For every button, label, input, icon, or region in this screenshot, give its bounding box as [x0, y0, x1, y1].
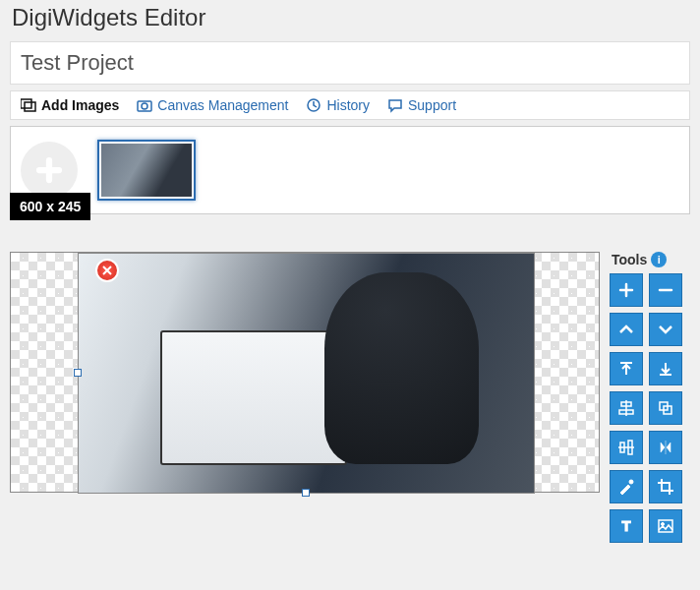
align-center-h-button[interactable] — [610, 391, 643, 425]
plus-icon — [617, 281, 635, 299]
crop-icon — [657, 478, 674, 496]
svg-rect-0 — [21, 99, 31, 108]
support-button[interactable]: Support — [387, 97, 456, 113]
svg-rect-1 — [25, 102, 35, 111]
editor-title: DigiWidgets Editor — [0, 0, 700, 41]
flip-h-icon — [657, 439, 674, 456]
add-images-label: Add Images — [41, 97, 119, 113]
layer-up-button[interactable] — [610, 313, 643, 346]
info-icon[interactable]: i — [651, 252, 667, 267]
align-center-h-icon — [617, 399, 635, 417]
camera-icon — [137, 97, 152, 113]
send-back-button[interactable] — [649, 352, 682, 385]
workspace: 600 x 245 Tools i T — [10, 222, 690, 543]
canvas-image-layer[interactable] — [78, 253, 535, 494]
to-top-icon — [617, 360, 635, 378]
zoom-out-button[interactable] — [649, 273, 682, 307]
thumbnail-strip — [10, 126, 690, 214]
brush-button[interactable] — [610, 470, 643, 503]
selection-handle-bottom[interactable] — [302, 489, 310, 497]
images-icon — [21, 97, 36, 113]
svg-rect-13 — [659, 520, 672, 532]
canvas-management-label: Canvas Management — [157, 97, 288, 113]
zoom-in-button[interactable] — [610, 273, 643, 307]
canvas[interactable] — [10, 252, 600, 493]
to-bottom-icon — [657, 360, 674, 378]
flip-horizontal-button[interactable] — [649, 431, 682, 464]
image-icon — [657, 517, 674, 535]
rotate-icon — [657, 399, 674, 417]
thumbnail-preview — [101, 144, 192, 197]
text-button[interactable]: T — [610, 509, 643, 543]
add-image-thumb[interactable] — [21, 142, 78, 199]
canvas-size-label: 600 x 245 — [10, 193, 90, 220]
align-center-v-button[interactable] — [610, 431, 643, 464]
main-toolbar: Add Images Canvas Management History Sup… — [10, 90, 690, 120]
add-images-button[interactable]: Add Images — [21, 97, 119, 113]
support-label: Support — [408, 97, 456, 113]
crop-button[interactable] — [649, 470, 682, 503]
minus-icon — [657, 281, 674, 299]
layer-down-button[interactable] — [649, 313, 682, 346]
chat-icon — [387, 97, 403, 113]
chevron-up-icon — [617, 321, 635, 338]
image-thumbnail[interactable] — [97, 140, 196, 201]
text-icon: T — [617, 517, 635, 535]
delete-layer-button[interactable] — [95, 259, 119, 282]
selection-handle-left[interactable] — [74, 369, 82, 377]
tools-title: Tools — [612, 252, 647, 267]
history-icon — [306, 97, 321, 113]
svg-point-11 — [629, 480, 633, 484]
canvas-management-button[interactable]: Canvas Management — [137, 97, 288, 113]
rotate-button[interactable] — [649, 391, 682, 425]
tools-panel: Tools i T — [610, 252, 688, 543]
project-name-input[interactable]: Test Project — [10, 41, 690, 85]
history-label: History — [326, 97, 370, 113]
bring-front-button[interactable] — [610, 352, 643, 385]
align-center-v-icon — [617, 439, 635, 456]
image-button[interactable] — [649, 509, 682, 543]
history-button[interactable]: History — [306, 97, 370, 113]
svg-point-3 — [142, 103, 147, 109]
chevron-down-icon — [657, 321, 674, 338]
svg-text:T: T — [621, 517, 630, 534]
brush-icon — [617, 478, 635, 496]
